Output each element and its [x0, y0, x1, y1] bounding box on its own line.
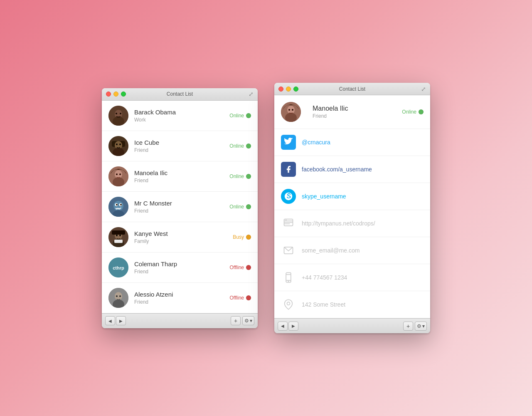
left-action-buttons: + ⚙ ▾ [231, 316, 254, 325]
detail-avatar [281, 102, 301, 122]
address-icon [281, 297, 296, 312]
right-toolbar: ◀ ▶ + ⚙ ▾ [274, 318, 430, 333]
avatar-manoela [108, 166, 128, 186]
avatar-monster [108, 197, 128, 217]
right-gear-icon: ⚙ [417, 323, 421, 329]
svg-point-40 [288, 109, 290, 111]
left-window-title: Contact List [167, 91, 193, 97]
detail-twitter-row[interactable]: @crnacura [274, 129, 430, 156]
svg-point-28 [119, 235, 121, 236]
next-button[interactable]: ▶ [116, 316, 126, 325]
contact-item-manoela[interactable]: Manoela Ilic Friend Online [102, 161, 258, 192]
contact-item-icecube[interactable]: Ice Cube Friend Online [102, 131, 258, 161]
prev-button[interactable]: ◀ [105, 316, 115, 325]
contact-item-kanye[interactable]: Kanye West Family Busy [102, 222, 258, 253]
contact-status-coleman: Offline [230, 265, 251, 270]
skype-icon [281, 189, 296, 204]
detail-address-row[interactable]: 142 Some Street [274, 291, 430, 318]
detail-contact-status: Online [402, 109, 424, 115]
contact-detail: Manoela Ilic Friend Online @crnacura [274, 95, 430, 318]
svg-point-15 [119, 173, 121, 175]
contact-item-coleman[interactable]: cthrp Coleman Tharp Friend Offline [102, 253, 258, 283]
status-dot-icecube [246, 144, 251, 149]
detail-skype-value: skype_username [302, 193, 346, 200]
contact-status-kanye: Busy [233, 234, 251, 240]
contact-name-manoela: Manoela Ilic [134, 169, 229, 177]
close-button[interactable] [106, 92, 111, 97]
contact-list: Barack Obama Work Online [102, 101, 258, 313]
expand-icon[interactable]: ⤢ [249, 91, 254, 97]
detail-skype-row[interactable]: skype_username [274, 183, 430, 210]
contact-item-alessio[interactable]: Alessio Atzeni Friend Offline [102, 283, 258, 313]
contact-tag-obama: Work [134, 117, 229, 123]
contact-status-icecube: Online [229, 143, 251, 149]
svg-point-27 [116, 235, 118, 236]
contact-status-manoela: Online [229, 173, 251, 179]
detail-address-value: 142 Some Street [302, 301, 345, 308]
contact-item-monster[interactable]: Mr C Monster Friend Online [102, 192, 258, 222]
status-label-obama: Online [229, 113, 244, 119]
minimize-button[interactable] [113, 92, 118, 97]
status-dot-monster [246, 204, 251, 209]
detail-status-label: Online [402, 109, 416, 115]
detail-contact-name: Manoela Ilic [313, 105, 402, 112]
add-contact-button[interactable]: + [231, 316, 241, 325]
right-traffic-lights [278, 87, 298, 92]
right-minimize-button[interactable] [286, 87, 291, 92]
right-expand-icon[interactable]: ⤢ [421, 86, 426, 92]
svg-point-3 [116, 113, 117, 114]
avatar-icecube [108, 136, 128, 156]
left-nav-buttons: ◀ ▶ [105, 316, 126, 325]
left-title-bar: Contact List ⤢ [102, 88, 258, 101]
svg-point-35 [116, 295, 118, 297]
detail-facebook-row[interactable]: facebook.com/a_username [274, 156, 430, 183]
status-dot-alessio [246, 295, 251, 300]
detail-contact-info: Manoela Ilic Friend [313, 105, 402, 119]
right-close-button[interactable] [278, 87, 283, 92]
contact-tag-alessio: Friend [134, 299, 230, 305]
status-label-kanye: Busy [233, 234, 244, 240]
svg-point-41 [292, 109, 293, 111]
right-contact-detail-window: Contact List ⤢ Manoela Ilic Friend [274, 83, 430, 333]
website-icon [281, 216, 296, 231]
svg-point-10 [119, 144, 121, 145]
dropdown-icon: ▾ [250, 318, 252, 324]
contact-info-alessio: Alessio Atzeni Friend [134, 290, 230, 305]
detail-phone-row[interactable]: +44 774567 1234 [274, 264, 430, 291]
contact-tag-manoela: Friend [134, 178, 229, 183]
svg-point-36 [119, 295, 121, 297]
svg-point-33 [115, 292, 122, 300]
settings-button[interactable]: ⚙ ▾ [242, 316, 254, 325]
left-contact-list-window: Contact List ⤢ Barack Obama Work [102, 88, 258, 328]
gear-icon: ⚙ [244, 318, 249, 324]
contact-info-kanye: Kanye West Family [134, 230, 233, 245]
status-label-alessio: Offline [230, 295, 244, 301]
svg-point-52 [287, 302, 290, 305]
right-settings-button[interactable]: ⚙ ▾ [415, 322, 427, 331]
svg-text:cthrp: cthrp [113, 265, 124, 270]
contact-tag-monster: Friend [134, 208, 229, 214]
right-prev-button[interactable]: ◀ [278, 322, 288, 331]
email-icon [281, 243, 296, 258]
svg-point-14 [116, 173, 118, 175]
contact-item-obama[interactable]: Barack Obama Work Online [102, 101, 258, 131]
detail-facebook-value: facebook.com/a_username [302, 166, 372, 173]
status-label-manoela: Online [229, 173, 244, 179]
contact-name-coleman: Coleman Tharp [134, 260, 230, 268]
contact-tag-kanye: Family [134, 238, 233, 244]
right-maximize-button[interactable] [293, 87, 298, 92]
detail-phone-value: +44 774567 1234 [302, 274, 347, 281]
status-label-icecube: Online [229, 143, 244, 149]
maximize-button[interactable] [121, 92, 126, 97]
status-label-monster: Online [229, 204, 244, 210]
svg-rect-29 [114, 240, 123, 243]
detail-website-row[interactable]: http://tympanus.net/codrops/ [274, 210, 430, 237]
right-next-button[interactable]: ▶ [288, 322, 298, 331]
detail-email-value: some_email@me.com [302, 247, 360, 254]
right-add-button[interactable]: + [403, 322, 413, 331]
right-title-bar: Contact List ⤢ [274, 83, 430, 95]
detail-email-row[interactable]: some_email@me.com [274, 237, 430, 264]
detail-twitter-value: @crnacura [302, 139, 330, 146]
facebook-icon [281, 162, 296, 177]
contact-name-icecube: Ice Cube [134, 139, 229, 147]
